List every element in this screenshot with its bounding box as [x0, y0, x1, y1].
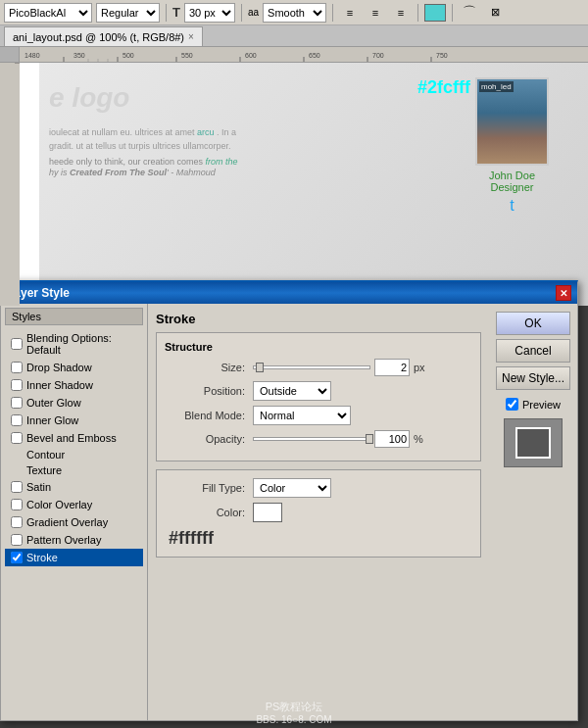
- profile-name: John Doe: [475, 170, 549, 181]
- svg-rect-19: [0, 63, 20, 306]
- fill-section: Fill Type: Color Gradient Pattern Color:: [156, 469, 481, 558]
- svg-text:1480: 1480: [24, 52, 40, 59]
- stroke-section-title: Stroke: [156, 312, 481, 326]
- styles-panel: Styles Blending Options: Default Drop Sh…: [1, 304, 148, 720]
- transform-button[interactable]: ⊠: [484, 3, 506, 23]
- pattern-overlay-checkbox[interactable]: [11, 534, 23, 546]
- options-panel: Stroke Structure Size: px: [148, 304, 489, 720]
- preview-inner: [515, 427, 551, 459]
- warp-text-button[interactable]: ⌒: [459, 3, 480, 23]
- size-slider-thumb[interactable]: [256, 363, 264, 372]
- inner-glow-label: Inner Glow: [26, 414, 78, 426]
- italic-text: from the: [206, 157, 238, 167]
- position-select[interactable]: Outside Inside Center: [253, 381, 331, 401]
- inner-shadow-checkbox[interactable]: [11, 379, 23, 391]
- highlight-text: arcu: [197, 127, 215, 137]
- outer-glow-checkbox[interactable]: [11, 397, 23, 409]
- align-center-button[interactable]: ≡: [365, 3, 386, 23]
- style-item-gradient-overlay[interactable]: Gradient Overlay: [5, 513, 143, 531]
- dialog-close-button[interactable]: ✕: [556, 285, 571, 301]
- svg-text:650: 650: [309, 52, 320, 59]
- style-item-blending[interactable]: Blending Options: Default: [5, 329, 143, 359]
- style-item-drop-shadow[interactable]: Drop Shadow: [5, 359, 143, 376]
- twitter-icon: t: [475, 197, 549, 215]
- svg-text:550: 550: [181, 52, 193, 59]
- style-item-stroke[interactable]: Stroke: [5, 549, 143, 566]
- opacity-controls: %: [253, 430, 423, 448]
- inner-glow-checkbox[interactable]: [11, 414, 23, 426]
- vertical-ruler: [0, 63, 20, 306]
- opacity-input[interactable]: [374, 430, 410, 448]
- position-controls: Outside Inside Center: [253, 381, 331, 401]
- style-item-color-overlay[interactable]: Color Overlay: [5, 496, 143, 513]
- position-row: Position: Outside Inside Center: [165, 381, 472, 401]
- align-right-button[interactable]: ≡: [390, 3, 412, 23]
- avatar-label: moh_led: [479, 81, 514, 92]
- size-input[interactable]: [374, 359, 410, 376]
- watermark-line2: BBS. 16○8. COM: [256, 714, 331, 725]
- style-item-outer-glow[interactable]: Outer Glow: [5, 394, 143, 412]
- watermark-line1: PS教程论坛: [256, 700, 331, 714]
- style-item-satin[interactable]: Satin: [5, 478, 143, 496]
- style-item-contour[interactable]: Contour: [5, 447, 143, 462]
- style-item-bevel[interactable]: Bevel and Emboss: [5, 429, 143, 447]
- svg-text:750: 750: [436, 52, 448, 59]
- color-row: Color:: [165, 503, 472, 522]
- separator-4: [417, 4, 418, 22]
- smooth-select[interactable]: Smooth: [263, 3, 326, 23]
- opacity-slider-track[interactable]: [253, 437, 370, 441]
- stroke-checkbox[interactable]: [11, 552, 23, 563]
- style-item-texture[interactable]: Texture: [5, 462, 143, 478]
- color-overlay-checkbox[interactable]: [11, 499, 23, 510]
- preview-box: [504, 418, 563, 467]
- tab-close-icon[interactable]: ×: [188, 31, 194, 42]
- fill-type-select[interactable]: Color Gradient Pattern: [253, 478, 331, 498]
- preview-checkbox[interactable]: [506, 398, 518, 411]
- size-unit: px: [414, 362, 425, 373]
- drop-shadow-checkbox[interactable]: [11, 362, 23, 373]
- style-item-inner-shadow[interactable]: Inner Shadow: [5, 376, 143, 394]
- blending-checkbox[interactable]: [11, 338, 23, 350]
- texture-label: Texture: [26, 464, 62, 476]
- fill-type-controls: Color Gradient Pattern: [253, 478, 331, 498]
- new-style-button[interactable]: New Style...: [496, 366, 570, 390]
- text-color-swatch[interactable]: [424, 4, 446, 22]
- blend-mode-select[interactable]: Normal Multiply Screen: [253, 406, 351, 425]
- ok-button[interactable]: OK: [496, 312, 570, 335]
- gradient-overlay-label: Gradient Overlay: [26, 516, 108, 528]
- color-hex-display: #ffffff: [169, 528, 472, 549]
- font-style-select[interactable]: Regular: [96, 3, 160, 23]
- color-label: Color:: [165, 507, 253, 518]
- svg-text:700: 700: [372, 52, 384, 59]
- cancel-button[interactable]: Cancel: [496, 339, 570, 363]
- style-item-inner-glow[interactable]: Inner Glow: [5, 412, 143, 429]
- watermark: PS教程论坛 BBS. 16○8. COM: [256, 700, 331, 725]
- bevel-checkbox[interactable]: [11, 432, 23, 444]
- tab-ani-layout[interactable]: ani_layout.psd @ 100% (t, RGB/8#) ×: [4, 26, 203, 46]
- avatar: moh_led: [475, 77, 549, 166]
- blending-label: Blending Options: Default: [26, 332, 137, 356]
- align-left-button[interactable]: ≡: [339, 3, 361, 23]
- preview-label: Preview: [522, 399, 561, 411]
- ruler: 1480 350 500 550 600 650 700 750: [0, 47, 588, 63]
- canvas-area: e logo ioulecat at nullam eu. ultrices a…: [0, 63, 588, 306]
- canvas-bg: e logo ioulecat at nullam eu. ultrices a…: [39, 63, 588, 306]
- blend-mode-controls: Normal Multiply Screen: [253, 406, 351, 425]
- structure-title: Structure: [165, 341, 472, 353]
- separator-3: [332, 4, 333, 22]
- font-size-select[interactable]: 30 px: [184, 3, 235, 23]
- size-slider-track[interactable]: [253, 365, 370, 369]
- vertical-ruler-svg: [0, 63, 20, 306]
- satin-checkbox[interactable]: [11, 481, 23, 493]
- profile-section: moh_led John Doe Designer t: [475, 77, 549, 215]
- inner-shadow-label: Inner Shadow: [26, 379, 93, 391]
- color-swatch[interactable]: [253, 503, 282, 522]
- smooth-label: aa: [248, 7, 259, 18]
- ruler-corner: [0, 47, 20, 63]
- gradient-overlay-checkbox[interactable]: [11, 516, 23, 528]
- font-family-select[interactable]: PicoBlackAl: [4, 3, 92, 23]
- style-item-pattern-overlay[interactable]: Pattern Overlay: [5, 531, 143, 549]
- structure-box: Structure Size: px: [156, 332, 481, 461]
- opacity-slider-thumb[interactable]: [366, 434, 373, 444]
- preview-checkbox-row: Preview: [506, 398, 561, 411]
